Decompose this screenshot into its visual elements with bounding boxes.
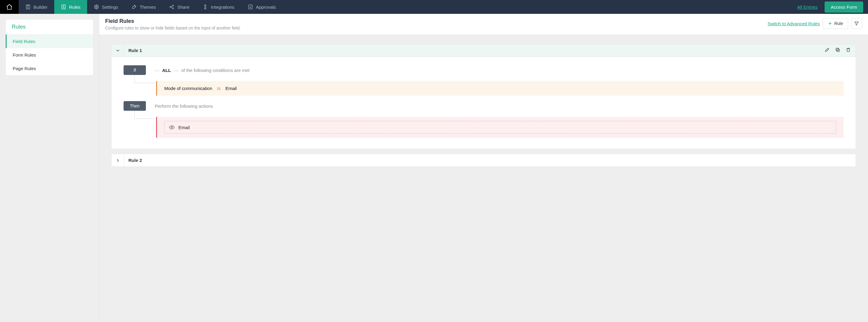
nav-item-settings[interactable]: Settings [87,0,125,14]
eye-icon [169,124,175,130]
sidebar-item-label: Form Rules [13,52,36,58]
nav-item-builder[interactable]: Builder [19,0,54,14]
then-content: Perform the following actions [155,101,844,111]
rule-card: Rule 1 [111,44,856,149]
if-row: If — ALL — of the following conditions a… [124,65,844,75]
svg-rect-7 [837,49,840,52]
condition-field: Mode of communication [164,86,212,91]
sidebar-title: Rules [6,20,93,35]
action-block: Email [156,117,844,138]
approvals-icon [248,4,253,10]
then-badge: Then [124,101,146,111]
condition-value: Email [225,86,237,91]
nav-label: Builder [33,4,48,10]
content-header: Field Rules Configure rules to show or h… [99,14,868,35]
connector-col [124,111,146,138]
filter-button[interactable] [851,18,862,29]
content: Field Rules Configure rules to show or h… [99,14,868,322]
switch-advanced-link[interactable]: Switch to Advanced Rules [768,21,820,26]
delete-rule-button[interactable] [846,47,851,53]
rule-card: Rule 2 [111,154,856,167]
dash-icon: — [155,68,159,73]
nav-item-themes[interactable]: Themes [125,0,162,14]
action-label: Email [179,125,190,130]
home-icon [6,4,13,10]
action-row: Email [124,111,844,138]
plus-icon [828,22,832,26]
if-badge: If [124,65,146,75]
dash-icon: — [174,68,178,73]
then-heading-line: Perform the following actions [155,101,844,111]
nav-label: Themes [140,4,156,10]
rule-title: Rule 2 [124,154,146,167]
top-navbar: Builder Rules Settings Themes Share Inte… [0,0,868,14]
connector-line [124,111,146,127]
svg-rect-1 [62,5,65,9]
integrations-icon [203,4,208,10]
nav-items: Builder Rules Settings Themes Share Inte… [19,0,283,14]
condition-row: Mode of communication Is Email [124,75,844,96]
share-icon [169,4,175,10]
filter-icon [854,21,859,26]
condition-operator: Is [217,86,221,91]
svg-rect-6 [249,5,252,9]
svg-point-9 [171,127,173,128]
quantifier-suffix: of the following conditions are met [181,68,250,73]
nav-item-approvals[interactable]: Approvals [241,0,283,14]
nav-label: Approvals [256,4,276,10]
then-heading: Perform the following actions [155,104,213,109]
nav-item-rules[interactable]: Rules [54,0,87,14]
nav-label: Integrations [211,4,234,10]
pencil-icon [825,47,830,52]
rules-icon [61,4,66,10]
add-rule-button[interactable]: Rule [823,18,848,29]
home-button[interactable] [0,0,19,14]
sidebar: Rules Field Rules Form Rules Page Rules [5,19,93,75]
access-form-button[interactable]: Access Form [825,1,863,13]
sidebar-item-label: Field Rules [13,39,35,44]
page-subtitle: Configure rules to show or hide fields b… [105,26,241,30]
then-row: Then Perform the following actions [124,101,844,111]
chevron-right-icon [116,158,120,163]
sidebar-item-page-rules[interactable]: Page Rules [6,62,93,75]
builder-icon [25,4,31,10]
page-title: Field Rules [105,18,241,24]
connector-col [124,75,146,96]
nav-item-share[interactable]: Share [162,0,196,14]
rules-area: Rule 1 [99,35,868,181]
if-content: — ALL — of the following conditions are … [155,65,844,75]
duplicate-rule-button[interactable] [835,47,840,53]
nav-label: Settings [102,4,118,10]
sidebar-wrap: Rules Field Rules Form Rules Page Rules [0,14,99,322]
sidebar-item-label: Page Rules [13,66,36,71]
rule-title: Rule 1 [124,44,146,57]
page: Rules Field Rules Form Rules Page Rules … [0,14,868,322]
rule-head: Rule 1 [112,44,856,57]
connector-line [124,75,146,91]
nav-item-integrations[interactable]: Integrations [196,0,241,14]
sidebar-item-form-rules[interactable]: Form Rules [6,48,93,62]
svg-point-2 [96,6,97,8]
all-entries-link[interactable]: All Entries [797,4,818,10]
action-chip: Email [164,121,836,134]
rule-body: If — ALL — of the following conditions a… [112,57,856,149]
svg-rect-8 [836,48,839,51]
edit-rule-button[interactable] [825,47,830,53]
add-rule-label: Rule [834,21,843,26]
nav-right: All Entries Access Form [797,0,868,14]
sidebar-item-field-rules[interactable]: Field Rules [6,35,93,48]
settings-icon [94,4,99,10]
copy-icon [835,47,840,52]
quantifier: ALL [162,68,171,73]
rule-toggle[interactable] [112,154,124,167]
condition-block: Mode of communication Is Email [156,81,844,96]
themes-icon [131,4,137,10]
trash-icon [846,47,851,52]
rule-head: Rule 2 [112,154,856,167]
condition-summary: — ALL — of the following conditions are … [155,65,844,75]
rule-toggle[interactable] [112,44,124,57]
rule-head-actions [825,47,856,53]
header-actions: Switch to Advanced Rules Rule [768,18,862,29]
nav-label: Share [177,4,189,10]
chevron-down-icon [116,48,120,53]
